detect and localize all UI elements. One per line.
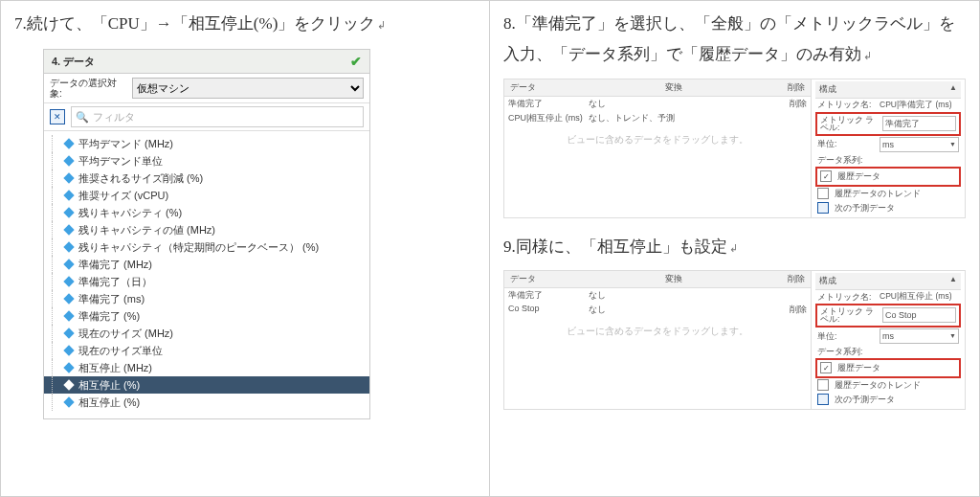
history-checkbox[interactable] [820, 362, 832, 373]
step-8-text: 8.「準備完了」を選択し、「全般」の「メトリックラベル」を入力、「データ系列」で… [503, 14, 955, 63]
metric-name-row: メトリック名:CPU|準備完了 (ms) [815, 99, 961, 112]
tree-item[interactable]: 推奨されるサイズ削減 (%) [44, 169, 369, 187]
unit-select[interactable]: ms▼ [880, 137, 959, 152]
panel-title: 4. データ [52, 55, 95, 69]
diamond-icon [63, 139, 74, 149]
data-panel-header: 4. データ ✔ [44, 50, 369, 74]
forecast-checkbox[interactable] [817, 202, 829, 214]
unit-row: 単位:ms▼ [815, 328, 961, 345]
mini-left-head: データ変換削除 [504, 79, 811, 97]
tree-item[interactable]: 平均デマンド単位 [44, 152, 369, 169]
tree-item-label: 準備完了 (ms) [78, 292, 145, 306]
close-icon[interactable]: ✕ [50, 109, 65, 124]
row-data: Co Stop [508, 304, 589, 316]
data-row[interactable]: CPU|相互停止 (ms)なし、トレンド、予測 [504, 111, 811, 125]
step-7-column: 7.続けて、「CPU」→「相互停止(%)」をクリック↲ 4. データ ✔ データ… [1, 1, 490, 496]
tree-item[interactable]: 現在のサイズ (MHz) [44, 325, 369, 342]
tree-item[interactable]: 推奨サイズ (vCPU) [44, 187, 369, 204]
diamond-icon [63, 225, 74, 236]
tree-item[interactable]: 準備完了 (ms) [44, 290, 369, 307]
col-data: データ [504, 79, 659, 96]
metric-label-highlight: メトリック ラベル:準備完了 [815, 112, 961, 136]
row-conv: なし、トレンド、予測 [589, 112, 778, 124]
page-root: 7.続けて、「CPU」→「相互停止(%)」をクリック↲ 4. データ ✔ データ… [0, 0, 980, 497]
tree-item-label: 相互停止 (MHz) [78, 361, 152, 375]
data-row[interactable]: 準備完了なし [504, 288, 811, 303]
mini-body: データ変換削除準備完了なし削除CPU|相互停止 (ms)なし、トレンド、予測ビュ… [504, 79, 965, 217]
diamond-icon [63, 311, 74, 322]
tree-item-label: 推奨されるサイズ削減 (%) [78, 171, 203, 186]
tree-item-label: 相互停止 (%) [78, 378, 140, 393]
col-conv: 変換 [659, 79, 761, 96]
trend-checkbox[interactable] [817, 379, 829, 391]
tree-item[interactable]: 残りキャパシティ (%) [44, 204, 369, 221]
cfg-head: 構成▲ [815, 273, 961, 290]
diamond-icon [63, 208, 74, 218]
mini-body: データ変換削除準備完了なしCo Stopなし削除ビューに含めるデータをドラッグし… [504, 271, 965, 409]
tree-item[interactable]: 準備完了 (%) [44, 307, 369, 325]
metric-label-input[interactable]: 準備完了 [882, 116, 956, 131]
diamond-icon [63, 294, 74, 305]
tree-item-label: 準備完了（日） [78, 275, 152, 289]
mini-left: データ変換削除準備完了なしCo Stopなし削除ビューに含めるデータをドラッグし… [504, 271, 812, 409]
row-data: 準備完了 [508, 98, 589, 110]
metric-label-input[interactable]: Co Stop [882, 307, 956, 323]
tree-item[interactable]: 平均デマンド (MHz) [44, 135, 369, 152]
diamond-icon [63, 328, 74, 339]
tree-item[interactable]: 相互停止 (%) [44, 376, 369, 394]
filter-input[interactable]: 🔍 フィルタ [71, 106, 364, 127]
series-label: データ系列: [815, 153, 961, 167]
col-del: 削除 [761, 271, 811, 287]
mini-left-head: データ変換削除 [504, 271, 811, 288]
tree-item[interactable]: 準備完了 (MHz) [44, 256, 369, 273]
data-row[interactable]: Co Stopなし削除 [504, 303, 811, 317]
data-panel: 4. データ ✔ データの選択対象: 仮想マシン ✕ 🔍 フィルタ 平均デマンド… [43, 49, 370, 419]
step-8-instruction: 8.「準備完了」を選択し、「全般」の「メトリックラベル」を入力、「データ系列」で… [503, 9, 966, 71]
data-row[interactable]: 準備完了なし削除 [504, 97, 811, 111]
row-conv: なし [589, 289, 778, 302]
trend-checkbox[interactable] [817, 188, 829, 199]
tree-item-label: 平均デマンド単位 [78, 154, 163, 169]
tree-item-label: 平均デマンド (MHz) [78, 137, 173, 151]
step-7-instruction: 7.続けて、「CPU」→「相互停止(%)」をクリック↲ [14, 9, 476, 39]
target-select[interactable]: 仮想マシン [132, 78, 364, 99]
search-icon: 🔍 [76, 111, 89, 124]
mini-right: 構成▲メトリック名:CPU|相互停止 (ms)メトリック ラベル:Co Stop… [812, 271, 965, 409]
series-label: データ系列: [815, 345, 961, 358]
config-panel-9: データ変換削除準備完了なしCo Stopなし削除ビューに含めるデータをドラッグし… [503, 270, 966, 410]
history-checkbox[interactable] [820, 170, 832, 182]
right-column: 8.「準備完了」を選択し、「全般」の「メトリックラベル」を入力、「データ系列」で… [490, 1, 979, 496]
tree-item-label: 現在のサイズ (MHz) [78, 327, 173, 341]
diamond-icon [63, 156, 74, 167]
tree-item[interactable]: 残りキャパシティ（特定期間のピークベース） (%) [44, 238, 369, 256]
cfg-head: 構成▲ [815, 81, 961, 99]
diamond-icon [63, 346, 74, 356]
tree-item-label: 残りキャパシティ (%) [78, 206, 182, 220]
filter-row: ✕ 🔍 フィルタ [44, 103, 369, 131]
tree-item-label: 残りキャパシティ（特定期間のピークベース） (%) [78, 240, 319, 255]
trend-label: 履歴データのトレンド [835, 188, 921, 200]
return-mark-icon: ↲ [729, 242, 738, 254]
tree-item[interactable]: 準備完了（日） [44, 273, 369, 290]
col-conv: 変換 [659, 271, 761, 287]
tree-item-label: 準備完了 (%) [78, 309, 140, 324]
tree-item[interactable]: 相互停止 (%) [44, 394, 369, 411]
diamond-icon [63, 260, 74, 270]
forecast-label: 次の予測データ [835, 394, 895, 406]
return-mark-icon: ↲ [863, 50, 872, 61]
mini-left: データ変換削除準備完了なし削除CPU|相互停止 (ms)なし、トレンド、予測ビュ… [504, 79, 812, 217]
forecast-checkbox[interactable] [817, 394, 829, 405]
tree-item[interactable]: 現在のサイズ単位 [44, 342, 369, 359]
metric-name-row: メトリック名:CPU|相互停止 (ms) [815, 290, 961, 304]
step-9-text: 9.同様に、「相互停止」も設定 [503, 237, 727, 256]
tree-item-label: 推奨サイズ (vCPU) [78, 189, 168, 203]
history-highlight: 履歴データ [815, 167, 961, 187]
unit-select[interactable]: ms▼ [880, 328, 959, 344]
metric-tree[interactable]: 平均デマンド (MHz)平均デマンド単位推奨されるサイズ削減 (%)推奨サイズ … [44, 131, 369, 418]
row-del [778, 112, 807, 124]
tree-item[interactable]: 残りキャパシティの値 (MHz) [44, 221, 369, 238]
diamond-icon [63, 397, 74, 408]
tree-item[interactable]: 相互停止 (MHz) [44, 359, 369, 376]
row-del [778, 289, 807, 302]
diamond-icon [63, 277, 74, 287]
